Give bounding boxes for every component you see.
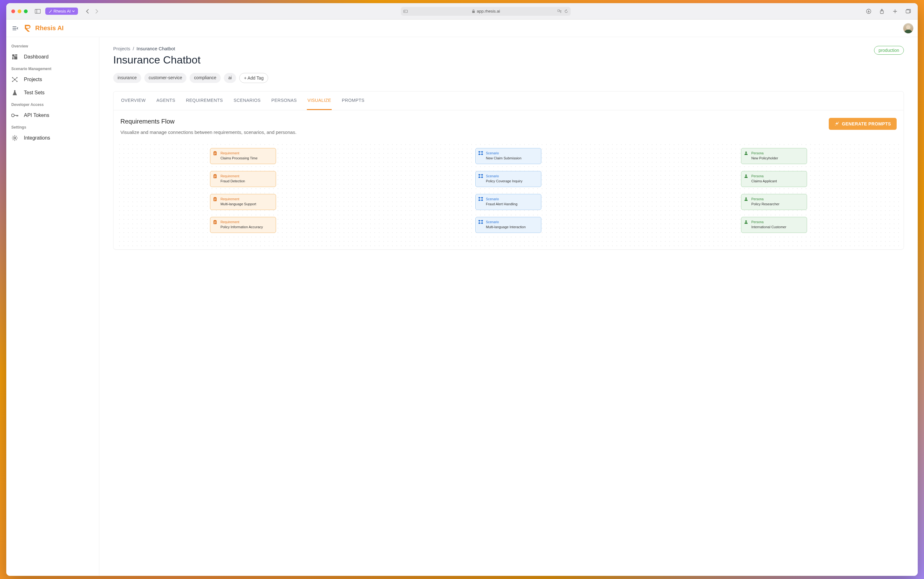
sidebar-item-integrations[interactable]: Integrations	[6, 131, 99, 145]
tag-ai[interactable]: ai	[224, 73, 236, 83]
flow-node-per[interactable]: PersonaNew Policyholder	[741, 148, 807, 164]
svg-point-42	[745, 152, 747, 153]
flask-icon	[11, 90, 18, 96]
diagram-icon	[479, 174, 483, 178]
nav-back-button[interactable]	[83, 8, 92, 15]
tab-visualize[interactable]: VISUALIZE	[307, 92, 332, 110]
svg-line-23	[15, 78, 17, 80]
sidebar: OverviewDashboardScenario ManagementProj…	[6, 37, 99, 576]
node-kind-label: Persona	[751, 220, 804, 224]
tab-requirements[interactable]: REQUIREMENTS	[185, 92, 224, 110]
tab-overview-icon[interactable]	[904, 8, 913, 15]
flow-node-scn[interactable]: ScenarioMulti-language Interaction	[475, 217, 541, 233]
tab-scenarios[interactable]: SCENARIOS	[233, 92, 261, 110]
sidebar-item-label: Projects	[24, 77, 42, 82]
svg-rect-70	[479, 222, 480, 224]
flow-node-req[interactable]: RequirementPolicy Information Accuracy	[210, 217, 276, 233]
flow-node-per[interactable]: PersonaInternational Customer	[741, 217, 807, 233]
project-card: OVERVIEWAGENTSREQUIREMENTSSCENARIOSPERSO…	[113, 91, 904, 250]
svg-rect-59	[481, 197, 483, 198]
sidebar-section-label: Overview	[6, 41, 99, 50]
brand-name: Rhesis AI	[35, 25, 64, 32]
node-kind-label: Scenario	[486, 220, 538, 224]
reload-icon[interactable]	[564, 10, 568, 13]
minimize-window-button[interactable]	[18, 10, 21, 13]
browser-toolbar: Rhesis AI app.rhesis.ai	[6, 3, 918, 20]
svg-line-22	[13, 78, 15, 80]
translate-icon[interactable]	[558, 10, 563, 13]
flow-node-per[interactable]: PersonaClaims Applicant	[741, 171, 807, 187]
generate-prompts-button[interactable]: GENERATE PROMPTS	[829, 118, 897, 130]
node-title: Multi-language Support	[221, 202, 273, 206]
tag-insurance[interactable]: insurance	[113, 73, 141, 83]
tag-row: insurancecustomer-servicecomplianceai+ A…	[113, 73, 904, 83]
gear-icon	[11, 135, 18, 141]
svg-rect-29	[18, 115, 18, 116]
panel-subtitle: Visualize and manage connections between…	[120, 129, 823, 135]
node-kind-label: Requirement	[221, 174, 273, 178]
tab-agents[interactable]: AGENTS	[155, 92, 176, 110]
url-bar[interactable]: app.rhesis.ai	[401, 7, 571, 16]
dashboard-icon	[11, 54, 18, 60]
diagram-icon	[479, 151, 483, 155]
person-icon	[744, 197, 749, 201]
node-title: Claims Applicant	[751, 179, 804, 183]
flow-node-req[interactable]: RequirementClaims Processing Time	[210, 148, 276, 164]
tag-compliance[interactable]: compliance	[190, 73, 221, 83]
svg-rect-51	[481, 177, 483, 178]
generate-button-label: GENERATE PROMPTS	[842, 121, 891, 126]
flow-node-per[interactable]: PersonaPolicy Researcher	[741, 194, 807, 210]
svg-rect-28	[17, 115, 17, 117]
breadcrumb-current: Insurance Chatbot	[136, 46, 175, 51]
flow-node-scn[interactable]: ScenarioNew Claim Submission	[475, 148, 541, 164]
flow-node-scn[interactable]: ScenarioPolicy Coverage Inquiry	[475, 171, 541, 187]
flow-node-scn[interactable]: ScenarioFraud Alert Handling	[475, 194, 541, 210]
close-window-button[interactable]	[11, 10, 15, 13]
sidebar-item-projects[interactable]: Projects	[6, 73, 99, 86]
clipboard-icon	[213, 220, 218, 224]
tab-overview[interactable]: OVERVIEW	[120, 92, 146, 110]
panel-title: Requirements Flow	[120, 118, 823, 125]
node-title: Policy Information Accuracy	[221, 225, 273, 229]
new-tab-icon[interactable]	[891, 8, 899, 15]
flow-canvas[interactable]: RequirementClaims Processing TimeScenari…	[117, 142, 900, 249]
sidebar-section-label: Settings	[6, 122, 99, 131]
flow-node-req[interactable]: RequirementFraud Detection	[210, 171, 276, 187]
sidebar-item-test-sets[interactable]: Test Sets	[6, 86, 99, 99]
node-kind-label: Requirement	[221, 197, 273, 201]
sidebar-item-api-tokens[interactable]: API Tokens	[6, 109, 99, 122]
diagram-icon	[479, 197, 483, 201]
add-tag-button[interactable]: + Add Tag	[239, 73, 268, 83]
tag-customer-service[interactable]: customer-service	[144, 73, 187, 83]
svg-rect-6	[472, 11, 475, 13]
clipboard-icon	[213, 151, 218, 155]
nav-forward-button[interactable]	[92, 8, 101, 15]
status-badge: production	[874, 46, 904, 55]
svg-rect-50	[479, 177, 480, 178]
avatar[interactable]	[903, 23, 913, 33]
url-text: app.rhesis.ai	[477, 9, 500, 13]
sidebar-item-dashboard[interactable]: Dashboard	[6, 50, 99, 64]
wand-icon	[48, 10, 52, 13]
flow-node-req[interactable]: RequirementMulti-language Support	[210, 194, 276, 210]
brand-logo[interactable]: Rhesis AI	[23, 24, 64, 33]
node-title: Claims Processing Time	[221, 156, 273, 160]
svg-rect-64	[214, 220, 216, 221]
node-kind-label: Scenario	[486, 151, 538, 155]
browser-tab[interactable]: Rhesis AI	[45, 8, 78, 15]
tab-prompts[interactable]: PROMPTS	[341, 92, 365, 110]
sidebar-item-label: Integrations	[24, 135, 50, 141]
app-header: Rhesis AI	[6, 20, 918, 37]
share-icon[interactable]	[877, 8, 886, 15]
collapse-sidebar-button[interactable]	[11, 25, 20, 32]
fullscreen-window-button[interactable]	[24, 10, 28, 13]
downloads-icon[interactable]	[864, 8, 873, 15]
breadcrumb: Projects / Insurance Chatbot	[113, 46, 201, 51]
svg-rect-14	[15, 54, 17, 56]
sidebar-toggle-icon[interactable]	[33, 8, 42, 15]
page-settings-icon[interactable]	[403, 9, 408, 13]
svg-point-52	[745, 175, 747, 176]
node-title: Fraud Alert Handling	[486, 202, 538, 206]
breadcrumb-root[interactable]: Projects	[113, 46, 130, 51]
tab-personas[interactable]: PERSONAS	[271, 92, 298, 110]
